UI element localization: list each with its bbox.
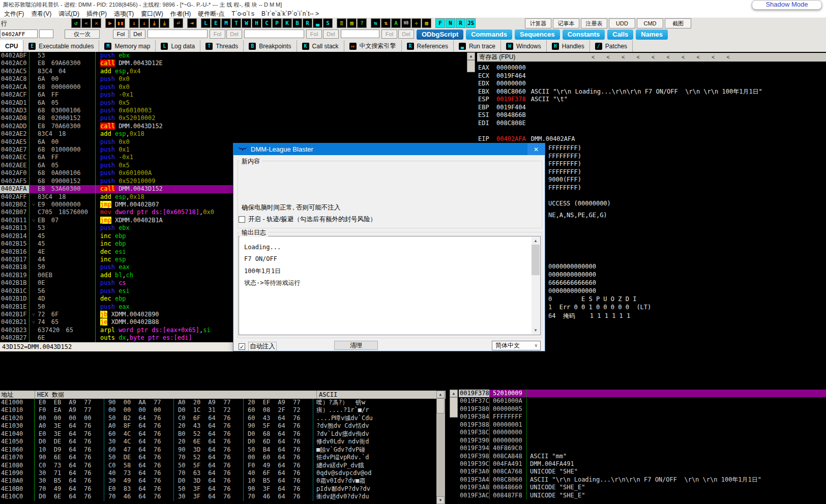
toolbar-runtrace-window-button[interactable]: ▃ bbox=[313, 18, 322, 28]
toolbar-n-key-button[interactable]: N bbox=[446, 18, 455, 28]
disasm-row[interactable]: 0402ACF6A FFpush -0x1 bbox=[0, 91, 455, 99]
dump-row[interactable]: 4E10C0D0 6E 64 7670 46 64 7630 3F 64 767… bbox=[0, 493, 446, 500]
scroll-down-icon[interactable]: ▼ bbox=[532, 327, 540, 334]
collapse-chevron-icon[interactable]: < bbox=[637, 53, 640, 62]
scroll-up-icon[interactable]: ▲ bbox=[532, 237, 540, 245]
stack-row[interactable]: 0019F3AC008487F8UNICODE "SHE_E" bbox=[459, 492, 826, 499]
utility-button-计算器[interactable]: 计算器 bbox=[525, 18, 551, 28]
toolbar-threads-window-button[interactable]: T bbox=[231, 18, 241, 28]
disasm-row[interactable]: 0402AC86A 00push 0x0 bbox=[0, 75, 455, 83]
close-icon[interactable]: ✕ bbox=[527, 143, 545, 155]
menu-item-b-r-e-a-k-p-o-i-n-t-[interactable]: B`r`e`a`k`P`o`i`n`t-- > bbox=[261, 10, 319, 17]
tab-references[interactable]: RReferences bbox=[402, 40, 454, 52]
dump-row[interactable]: 4E1030A0 3E 64 76A0 8F 64 7620 43 64 769… bbox=[0, 422, 446, 430]
dump-row[interactable]: 4E1040E0 3E 64 7660 4C 64 76B0 52 64 76D… bbox=[0, 430, 446, 438]
watch-input[interactable] bbox=[341, 29, 379, 38]
stack-row[interactable]: 0019F3A800848660UNICODE "SHE_E" bbox=[459, 484, 826, 491]
utility-button-udd[interactable]: UDD bbox=[609, 18, 635, 28]
dump-row[interactable]: 4E102000 00 00 0050 B2 64 76C0 6F 64 766… bbox=[0, 414, 446, 422]
follow-button[interactable]: Fol bbox=[210, 29, 225, 39]
dump-row[interactable]: 4E10A030 B5 64 7630 49 64 76D0 3D 64 761… bbox=[0, 477, 446, 485]
stack-row[interactable]: 0019F3A4008C8060ASCII "\r\n Loading...\r… bbox=[459, 476, 826, 484]
register-row[interactable]: EBX008C8060ASCII "\r\n Loading...\r\n\r\… bbox=[478, 88, 762, 96]
utility-button-记事本[interactable]: 记事本 bbox=[553, 18, 579, 28]
toolbar-js-key-button[interactable]: JS bbox=[466, 18, 476, 28]
stack-row[interactable]: 0019F38C00000000 bbox=[459, 429, 826, 436]
stack-row[interactable]: 0019F38800000001 bbox=[459, 421, 826, 429]
scroll-up-icon[interactable]: ▲ bbox=[467, 52, 475, 60]
collapse-chevron-icon[interactable]: < bbox=[592, 53, 595, 62]
toolbar-pause-button[interactable]: ▮▮ bbox=[115, 18, 125, 28]
language-select[interactable]: 简体中文 ∨ bbox=[492, 341, 541, 350]
tab-call-stack[interactable]: KCall stack bbox=[297, 40, 344, 52]
toolbar-swap-button[interactable]: ⇆ bbox=[371, 18, 380, 28]
tab-breakpoints[interactable]: BBreakpoints bbox=[244, 40, 297, 52]
checkbox-checked-icon[interactable]: ✓ bbox=[239, 343, 245, 350]
utility-button-注册表[interactable]: 注册表 bbox=[581, 18, 607, 28]
dump-row[interactable]: 4E10B070 49 64 76E0 83 64 7650 3F 64 769… bbox=[0, 485, 446, 493]
stack-row[interactable]: 0019F398008CA848ASCII "mm" bbox=[459, 453, 826, 460]
collapse-chevron-icon[interactable]: < bbox=[697, 53, 700, 62]
toolbar-help-button[interactable]: ? bbox=[357, 18, 367, 28]
register-row[interactable]: ECX0019F464 bbox=[478, 72, 762, 80]
tab-handles[interactable]: HHandles bbox=[547, 40, 590, 52]
hex-dump-pane[interactable]: 地址 HEX 数据 ASCII 4E1000E0 EB A9 7790 00 A… bbox=[0, 391, 446, 504]
toolbar-exec-return-button[interactable]: ⏎ bbox=[173, 18, 183, 28]
dump-row[interactable]: 4E106010 D9 64 7660 47 64 7690 3D 64 765… bbox=[0, 446, 446, 454]
toolbar-source-window-button[interactable]: S bbox=[323, 18, 333, 28]
toolbar-windows-window-button[interactable]: W bbox=[242, 18, 251, 28]
toolbar-table-button[interactable]: ▦ bbox=[347, 18, 357, 28]
dump-row[interactable]: 4E1050D0 DE 64 7630 4C 64 7620 6E 64 76D… bbox=[0, 438, 446, 446]
script-tab-constants[interactable]: Constants bbox=[562, 29, 606, 40]
script-tab-odbgscript[interactable]: ODbgScript bbox=[416, 29, 464, 40]
shadow-mode-button[interactable]: Shadow Mode bbox=[752, 0, 822, 10]
toolbar-patches-window-button[interactable]: P bbox=[272, 18, 282, 28]
stack-row[interactable]: 0019F384FFFFFFFF bbox=[459, 413, 826, 421]
stack-scrollbar[interactable]: ▲ bbox=[450, 390, 458, 504]
dump-row[interactable]: 4E109030 71 64 7640 73 64 7670 63 64 764… bbox=[0, 469, 446, 477]
disasm-row[interactable]: 0402ACA68 00000000push 0x0 bbox=[0, 83, 455, 91]
scroll-thumb[interactable] bbox=[532, 245, 540, 275]
collapse-chevron-icon[interactable]: < bbox=[622, 53, 625, 62]
stack-row[interactable]: 0019F39000000000 bbox=[459, 437, 826, 444]
script-tab-names[interactable]: Names bbox=[635, 29, 668, 40]
toolbar-references-window-button[interactable]: R bbox=[303, 18, 312, 28]
toolbar-binary-button[interactable]: ▩ bbox=[422, 18, 431, 28]
register-row[interactable]: EDI008C808E bbox=[478, 120, 762, 128]
dump-row[interactable]: 4E1010F0 EA A9 7700 00 00 00D0 1C 31 726… bbox=[0, 406, 446, 414]
collapse-chevron-icon[interactable]: < bbox=[667, 53, 670, 62]
disasm-row[interactable]: 0402AC583C4 04add esp,0x4 bbox=[0, 68, 455, 75]
toolbar-list-button[interactable]: ≣ bbox=[337, 18, 346, 28]
auto-inject-checkbox[interactable]: ✓ 自动注入 bbox=[239, 342, 277, 351]
collapse-chevron-icon[interactable]: < bbox=[712, 53, 715, 62]
disasm-row[interactable]: 0402AE283C4 18add esp,0x18 bbox=[0, 130, 455, 138]
tab-log-data[interactable]: LLog data bbox=[156, 40, 200, 52]
register-row[interactable]: ESP0019F378ASCII "\t" bbox=[478, 96, 762, 104]
scroll-up-icon[interactable]: ▲ bbox=[450, 390, 458, 397]
toolbar-restart-button[interactable]: ↺ bbox=[71, 18, 81, 28]
toolbar-hw-break-button[interactable]: H8 bbox=[401, 18, 411, 28]
utility-button-cmd[interactable]: CMD bbox=[637, 18, 663, 28]
tab-memory-map[interactable]: MMemory map bbox=[99, 40, 156, 52]
disasm-row[interactable]: 0402AD368 03000106push 0x6010003 bbox=[0, 107, 455, 114]
collapse-chevron-icon[interactable]: < bbox=[682, 53, 685, 62]
stack-row[interactable]: 0019F39440F869C0 bbox=[459, 444, 826, 452]
toolbar-f-key-button[interactable]: F bbox=[435, 18, 445, 28]
dump-scrollbar[interactable]: ▲ ▼ bbox=[436, 391, 445, 504]
follow-button[interactable]: Fol bbox=[113, 29, 129, 39]
register-row[interactable]: EIP00402AFADMM.00402AFA bbox=[478, 135, 762, 143]
follow-button[interactable]: Fol bbox=[306, 29, 322, 39]
register-row[interactable]: EDX00000000 bbox=[478, 80, 762, 88]
scroll-up-icon[interactable]: ▲ bbox=[436, 391, 445, 398]
disasm-row[interactable]: 0402ADDE8 70A60300call DMM.0043D152 bbox=[0, 123, 455, 130]
scroll-down-icon[interactable]: ▼ bbox=[436, 496, 445, 504]
small-input[interactable] bbox=[39, 29, 53, 38]
scroll-thumb[interactable] bbox=[467, 60, 475, 72]
disasm-row[interactable]: 0402AD868 02000152push 0x52010002 bbox=[0, 114, 455, 122]
toolbar-target-button[interactable]: ✛ bbox=[411, 18, 421, 28]
script-tab-sequences[interactable]: Sequences bbox=[514, 29, 560, 40]
toolbar-memory-window-button[interactable]: M bbox=[221, 18, 231, 28]
tab-run-trace[interactable]: ▃Run trace bbox=[454, 40, 501, 52]
register-row[interactable]: EBP0019F404 bbox=[478, 104, 762, 112]
delete-button[interactable]: Del bbox=[323, 29, 339, 39]
